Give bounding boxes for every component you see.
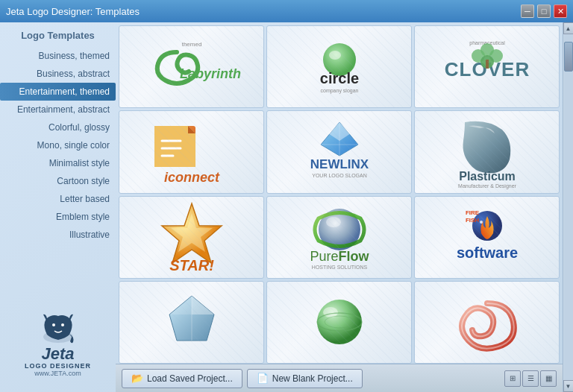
scroll-track[interactable] [564,34,573,380]
brand-name: Jeta [41,346,74,362]
svg-point-6 [329,51,341,60]
svg-text:PureFlow: PureFlow [310,249,369,264]
sidebar-item-business-themed[interactable]: Business, themed [0,47,116,65]
scroll-down-button[interactable]: ▼ [563,380,574,392]
title-bar-buttons: ─ □ ✕ [521,4,567,18]
svg-point-2 [61,323,64,326]
svg-text:Manufacturer & Designer: Manufacturer & Designer [458,183,516,189]
template-card-plasticum[interactable]: Plasticum Manufacturer & Designer [414,110,560,193]
template-card-abstract2[interactable] [266,281,412,364]
new-blank-project-button[interactable]: 📄 New Blank Project... [247,369,363,388]
brand-url: www.JETA.com [34,370,81,377]
sidebar: Logo Templates Business, themed Business… [0,22,116,392]
brand-logo-icon [36,309,81,346]
svg-text:HOSTING SOLUTIONS: HOSTING SOLUTIONS [311,265,367,270]
template-card-newlinx[interactable]: NEWLINX YOUR LOGO SLOGAN [266,110,412,193]
template-card-firefish[interactable]: FIRE FISH software [414,196,560,279]
template-card-pureflow[interactable]: PureFlow HOSTING SOLUTIONS [266,196,412,279]
template-card-clover[interactable]: pharmaceutical CLOVER [414,25,560,108]
grid-view-button[interactable]: ⊞ [504,370,521,387]
load-saved-project-button[interactable]: 📂 Load Saved Project... [122,369,242,388]
detail-view-button[interactable]: ▦ [540,370,557,387]
template-card-circle[interactable]: circle company slogan [266,25,412,108]
svg-text:STAR!: STAR! [169,257,214,274]
svg-point-14 [480,55,494,69]
maximize-button[interactable]: □ [537,4,551,18]
scroll-thumb[interactable] [564,42,573,72]
scroll-up-button[interactable]: ▲ [563,22,574,34]
svg-text:company slogan: company slogan [320,88,358,94]
template-grid: themed Labyrinth [119,25,560,364]
svg-point-35 [480,221,483,224]
template-card-star[interactable]: STAR! [119,196,264,279]
svg-point-5 [323,43,356,76]
svg-point-44 [323,307,338,317]
svg-point-30 [319,209,360,250]
svg-point-43 [317,300,362,344]
svg-point-11 [472,49,485,63]
brand-subtitle: LOGO DESIGNER [25,362,91,370]
svg-rect-15 [486,60,489,69]
svg-text:themed: themed [181,41,201,48]
sidebar-item-letter-based[interactable]: Letter based [0,190,116,208]
svg-point-46 [325,316,354,328]
svg-marker-27 [162,203,222,263]
svg-marker-19 [321,122,358,156]
sidebar-item-business-abstract[interactable]: Business, abstract [0,65,116,83]
content-wrapper: themed Labyrinth [116,22,563,392]
svg-point-45 [317,313,362,331]
template-card-labyrinth[interactable]: themed Labyrinth [119,25,264,108]
sidebar-title: Logo Templates [0,30,116,41]
svg-text:YOUR LOGO SLOGAN: YOUR LOGO SLOGAN [312,173,367,178]
sidebar-item-colorful-glossy[interactable]: Colorful, glossy [0,118,116,136]
template-card-abstract3[interactable] [414,281,560,364]
sidebar-item-entertainment-abstract[interactable]: Entertainment, abstract [0,101,116,118]
sidebar-item-emblem-style[interactable]: Emblem style [0,208,116,226]
new-document-icon: 📄 [257,373,269,384]
svg-text:FISH: FISH [465,217,478,224]
svg-point-1 [52,323,55,326]
svg-text:Labyrinth: Labyrinth [179,66,240,81]
svg-text:CLOVER: CLOVER [444,58,529,80]
minimize-button[interactable]: ─ [521,4,534,18]
svg-marker-41 [169,296,192,314]
bottom-toolbar: 📂 Load Saved Project... 📄 New Blank Proj… [116,364,563,392]
title-bar: Jeta Logo Designer: Templates ─ □ ✕ [0,0,573,22]
svg-point-12 [480,43,494,57]
svg-text:iconnect: iconnect [163,170,219,185]
list-view-button[interactable]: ☰ [522,370,539,387]
window-title: Jeta Logo Designer: Templates [6,6,140,17]
sidebar-item-mono-single-color[interactable]: Mono, single color [0,136,116,154]
sidebar-item-minimalist-style[interactable]: Minimalist style [0,154,116,172]
content-area: themed Labyrinth [116,22,563,364]
template-card-abstract1[interactable] [119,281,264,364]
svg-text:Plasticum: Plasticum [459,170,516,183]
folder-open-icon: 📂 [131,373,143,384]
svg-marker-28 [171,213,213,252]
svg-marker-40 [192,296,214,314]
svg-text:pharmaceutical: pharmaceutical [469,40,505,46]
sidebar-item-illustrative[interactable]: Illustrative [0,226,116,244]
svg-point-13 [489,49,503,63]
svg-marker-20 [328,122,351,141]
svg-text:NEWLINX: NEWLINX [310,157,369,171]
sidebar-item-entertainment-themed[interactable]: Entertainment, themed [0,83,116,101]
close-button[interactable]: ✕ [554,4,567,18]
brand-logo: Jeta LOGO DESIGNER www.JETA.com [0,301,116,385]
template-card-iconnect[interactable]: iconnect [119,110,264,193]
view-buttons: ⊞ ☰ ▦ [504,370,557,387]
svg-point-34 [472,211,502,241]
svg-text:circle: circle [319,70,358,86]
sidebar-item-cartoon-style[interactable]: Cartoon style [0,172,116,190]
svg-marker-18 [321,122,358,156]
svg-rect-16 [154,126,195,167]
svg-point-31 [326,217,341,227]
svg-marker-39 [169,296,214,341]
svg-text:FIRE: FIRE [465,209,479,216]
main-container: Logo Templates Business, themed Business… [0,22,573,392]
svg-text:software: software [456,244,517,261]
scrollbar: ▲ ▼ [563,22,573,392]
